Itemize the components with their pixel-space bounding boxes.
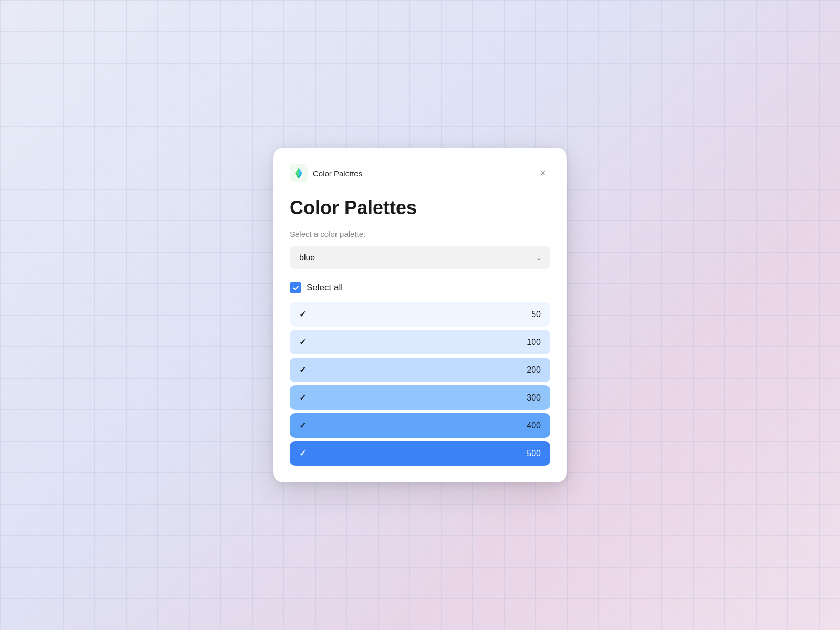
checkmark-icon — [292, 285, 299, 291]
shade-100-value: 100 — [527, 338, 541, 347]
app-icon — [290, 164, 308, 182]
page-title: Color Palettes — [290, 197, 550, 219]
shade-item-400[interactable]: ✓ 400 — [290, 413, 550, 438]
select-all-label: Select all — [307, 282, 343, 293]
shade-500-value: 500 — [527, 449, 541, 458]
shade-300-checkmark: ✓ — [299, 393, 306, 403]
close-button[interactable]: × — [536, 166, 550, 181]
palette-dropdown[interactable]: blue red green purple orange — [290, 246, 550, 269]
shade-50-checkmark: ✓ — [299, 309, 306, 319]
shade-100-checkmark: ✓ — [299, 337, 306, 347]
shade-500-checkmark: ✓ — [299, 448, 306, 458]
shade-400-value: 400 — [527, 421, 541, 430]
color-palettes-dialog: Color Palettes × Color Palettes Select a… — [273, 148, 567, 482]
titlebar-left: Color Palettes — [290, 164, 362, 182]
shade-item-50[interactable]: ✓ 50 — [290, 302, 550, 327]
select-all-row[interactable]: Select all — [290, 282, 550, 293]
dialog-titlebar: Color Palettes × — [290, 164, 550, 182]
subtitle: Select a color palette: — [290, 229, 550, 238]
shade-200-checkmark: ✓ — [299, 365, 306, 375]
shade-50-value: 50 — [531, 310, 541, 319]
color-shade-list: ✓ 50 ✓ 100 ✓ 200 ✓ 300 ✓ 400 ✓ 500 — [290, 302, 550, 466]
shade-400-checkmark: ✓ — [299, 421, 306, 430]
titlebar-app-name: Color Palettes — [313, 169, 362, 178]
shade-item-300[interactable]: ✓ 300 — [290, 385, 550, 410]
shade-item-200[interactable]: ✓ 200 — [290, 358, 550, 382]
shade-item-100[interactable]: ✓ 100 — [290, 330, 550, 354]
shade-300-value: 300 — [527, 393, 541, 403]
palette-dropdown-wrapper: blue red green purple orange ⌄ — [290, 246, 550, 269]
shade-item-500[interactable]: ✓ 500 — [290, 441, 550, 466]
shade-200-value: 200 — [527, 365, 541, 375]
select-all-checkbox[interactable] — [290, 282, 301, 293]
